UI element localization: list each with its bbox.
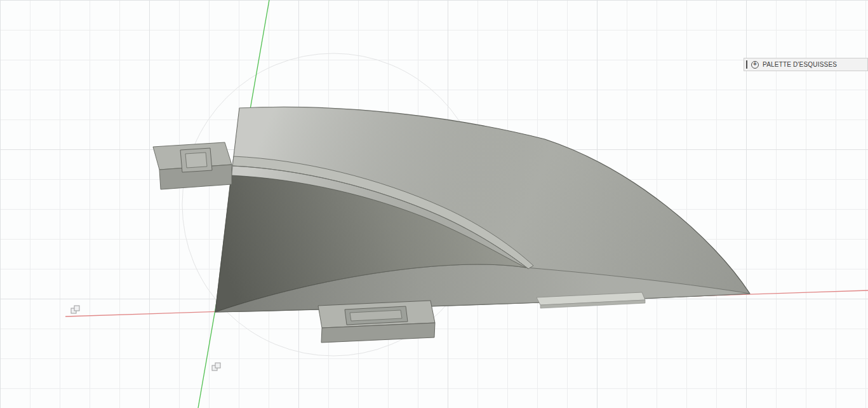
sketch-palette-header[interactable]: + PALETTE D'ESQUISSES	[744, 58, 868, 71]
bottom-tab[interactable]	[318, 301, 435, 343]
expand-plus-icon[interactable]: +	[751, 61, 759, 69]
x-axis-grid-handle-icon[interactable]	[71, 306, 79, 313]
left-tab-boss-inner[interactable]	[185, 153, 207, 168]
y-axis-grid-handle-icon[interactable]	[212, 363, 220, 371]
scene-canvas	[0, 0, 868, 408]
cad-viewport[interactable]: + PALETTE D'ESQUISSES	[0, 0, 868, 408]
palette-drag-handle-icon[interactable]	[746, 60, 747, 69]
left-tab[interactable]	[153, 142, 232, 189]
palette-title[interactable]: PALETTE D'ESQUISSES	[763, 61, 837, 68]
